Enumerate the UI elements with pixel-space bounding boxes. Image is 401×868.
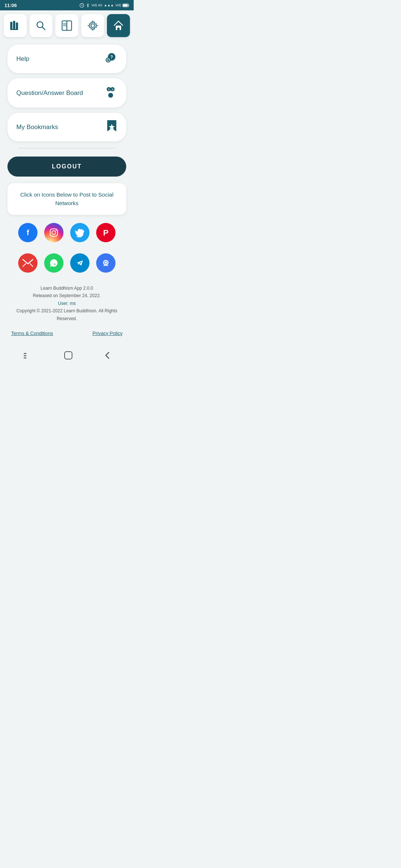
svg-line-9 <box>42 27 45 30</box>
svg-rect-44 <box>65 352 72 359</box>
qa-board-label: Question/Answer Board <box>16 89 83 97</box>
bottom-menu-button[interactable] <box>23 352 32 361</box>
social-icons-row-2 <box>7 250 126 276</box>
logout-button[interactable]: LOGOUT <box>7 157 126 177</box>
gear-icon <box>87 20 99 32</box>
qa-board-menu-item[interactable]: Question/Answer Board ? ? <box>7 78 126 108</box>
bookmarks-icon <box>106 119 117 135</box>
facebook-icon[interactable]: f <box>18 223 38 242</box>
email-icon[interactable] <box>18 253 38 273</box>
home-icon <box>113 20 124 32</box>
signal-text: Vol) 4G <box>91 3 102 7</box>
nav-item-reading[interactable] <box>55 14 78 37</box>
bookmarks-menu-item[interactable]: My Bookmarks <box>7 113 126 141</box>
bookmarks-label: My Bookmarks <box>16 124 58 131</box>
signal-bars: ▲▲▲ <box>104 3 114 7</box>
svg-rect-4 <box>10 22 12 29</box>
help-label: Help <box>16 55 29 63</box>
links-row: Terms & Conditions Privacy Policy <box>7 329 126 340</box>
logout-label: LOGOUT <box>52 163 82 170</box>
nav-item-settings[interactable] <box>81 14 104 37</box>
nav-item-home[interactable] <box>107 14 130 37</box>
svg-text:f: f <box>27 228 29 237</box>
help-icon: ? <box>105 51 117 66</box>
app-info: Learn Buddhism App 2.0.0 Released on Sep… <box>7 281 126 324</box>
help-menu-item[interactable]: Help ? <box>7 45 126 73</box>
svg-point-40 <box>105 262 107 264</box>
bottom-home-button[interactable] <box>64 351 73 362</box>
svg-point-29 <box>52 231 56 234</box>
nav-item-library[interactable] <box>4 14 27 37</box>
social-share-box: Click on Icons Below to Post to Social N… <box>7 183 126 215</box>
svg-text:?: ? <box>108 88 110 92</box>
status-bar: 11:06 Vol) 4G ▲▲▲ Vol) <box>0 0 134 10</box>
whatsapp-icon[interactable] <box>44 253 63 273</box>
lte-text: Vol) <box>115 3 121 7</box>
app-user: User: ms <box>11 300 123 307</box>
divider <box>19 148 115 148</box>
battery-icon <box>123 3 129 7</box>
social-icons-row-1: f P <box>7 220 126 245</box>
app-copyright: Copyright © 2021-2022 Learn Buddhism. Al… <box>11 307 123 322</box>
svg-text:P: P <box>103 228 109 237</box>
svg-rect-5 <box>13 21 15 29</box>
app-name: Learn Buddhism App 2.0.0 <box>11 285 123 292</box>
social-share-text: Click on Icons Below to Post to Social N… <box>20 191 114 206</box>
svg-rect-7 <box>10 29 18 30</box>
svg-rect-15 <box>117 28 120 30</box>
nav-item-search[interactable] <box>30 14 53 37</box>
book-icon <box>61 19 73 32</box>
privacy-link[interactable]: Privacy Policy <box>92 331 123 336</box>
qa-board-icon: ? ? <box>104 85 117 101</box>
svg-point-13 <box>91 24 95 27</box>
telegram-icon[interactable] <box>70 253 89 273</box>
bottom-back-button[interactable] <box>104 351 110 362</box>
svg-text:?: ? <box>110 55 113 60</box>
bottom-nav <box>0 346 134 366</box>
signal-icon[interactable] <box>96 253 115 273</box>
svg-point-23 <box>108 93 113 98</box>
main-content: Help ? Question/Answer Board ? ? My B <box>0 41 134 343</box>
bluetooth-icon <box>86 3 90 8</box>
svg-rect-2 <box>128 4 129 6</box>
svg-point-20 <box>107 59 109 61</box>
search-icon <box>35 20 47 32</box>
svg-rect-6 <box>16 23 18 30</box>
svg-point-30 <box>56 230 57 231</box>
app-release: Released on September 24, 2022. <box>11 292 123 299</box>
svg-text:?: ? <box>111 88 113 92</box>
instagram-icon[interactable] <box>44 223 63 242</box>
status-icons: Vol) 4G ▲▲▲ Vol) <box>79 3 129 8</box>
library-icon <box>9 19 22 32</box>
nav-bar <box>0 10 134 41</box>
pinterest-icon[interactable]: P <box>96 223 115 242</box>
status-time: 11:06 <box>4 3 17 8</box>
alarm-icon <box>79 3 84 8</box>
svg-rect-3 <box>123 4 127 6</box>
twitter-icon[interactable] <box>70 223 89 242</box>
terms-link[interactable]: Terms & Conditions <box>11 331 53 336</box>
